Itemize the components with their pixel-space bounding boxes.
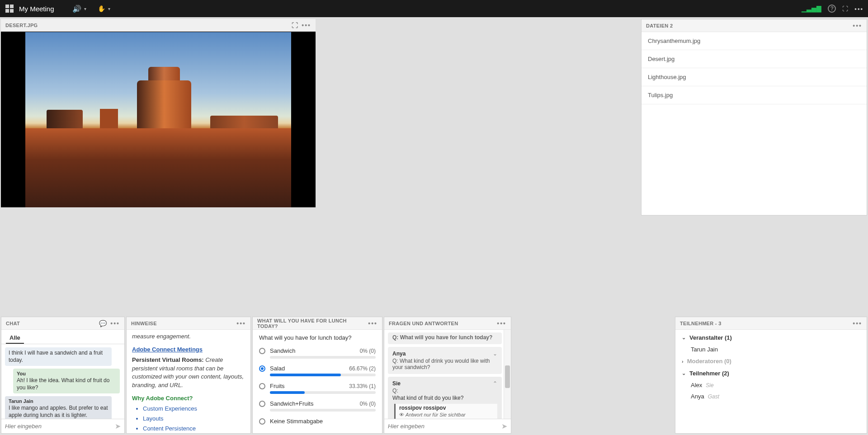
pod-menu-icon[interactable]: ••• (497, 320, 506, 327)
share-pod: DESERT.JPG ⛶ ••• (1, 19, 316, 207)
qa-pod: FRAGEN UND ANTWORTEN ••• Q: What will yo… (384, 317, 511, 434)
file-item[interactable]: Chrysanthemum.jpg (642, 32, 867, 50)
poll-pod-title: WHAT WILL YOU HAVE FOR LUNCH TODAY? (257, 318, 364, 329)
participant-item[interactable]: AlexSie (675, 379, 867, 391)
fullscreen-icon[interactable]: ⛶ (842, 5, 848, 12)
raise-hand-menu[interactable]: ✋ ▾ (98, 5, 110, 12)
pod-menu-icon[interactable]: ••• (368, 320, 377, 327)
notes-content[interactable]: measure engagement. Adobe Connect Meetin… (127, 330, 250, 433)
notes-pod: HINWEISE ••• measure engagement. Adobe C… (126, 317, 251, 434)
speaker-icon: 🔊 (72, 5, 81, 13)
chat-input[interactable] (5, 423, 112, 430)
poll-bar (270, 409, 376, 412)
file-item[interactable]: Lighthouse.jpg (642, 68, 867, 86)
chevron-down-icon: ⌄ (682, 335, 686, 341)
radio-icon (259, 418, 265, 425)
notes-pod-title: HINWEISE (131, 321, 157, 326)
poll-question: What will you have for lunch today? (259, 334, 376, 341)
qa-pod-title: FRAGEN UND ANTWORTEN (389, 321, 458, 326)
pod-menu-icon[interactable]: ••• (302, 22, 311, 29)
radio-icon (259, 401, 265, 407)
help-icon[interactable]: ? (828, 5, 836, 13)
pod-menu-icon[interactable]: ••• (853, 22, 862, 29)
participants-group-hosts[interactable]: ⌄ Veranstalter (1) (675, 332, 867, 344)
participants-pod-title: TEILNEHMER - 3 (680, 321, 722, 326)
qa-item[interactable]: ⌄ Anya Q: What kind of drink you would l… (388, 347, 502, 374)
poll-option[interactable]: Sandwich0% (0) (259, 347, 376, 354)
participant-item[interactable]: Tarun Jain (675, 344, 867, 355)
chevron-up-icon[interactable]: ⌃ (493, 380, 497, 387)
hand-icon: ✋ (98, 5, 105, 12)
poll-pod: WHAT WILL YOU HAVE FOR LUNCH TODAY? ••• … (252, 317, 382, 434)
notes-bullet[interactable]: Custom Experiences (143, 405, 245, 413)
audio-menu[interactable]: 🔊 ▾ (72, 5, 86, 13)
chat-pod: CHAT 💬 ••• Alle I think I will have a sa… (1, 317, 125, 434)
scrollbar[interactable] (504, 330, 511, 419)
more-menu-icon[interactable]: ••• (854, 5, 863, 12)
notes-bullet[interactable]: Content Persistence (143, 425, 245, 433)
radio-icon (259, 365, 265, 372)
qa-input[interactable] (388, 423, 499, 430)
participants-pod: TEILNEHMER - 3 ••• ⌄ Veranstalter (1) Ta… (675, 317, 867, 434)
send-icon[interactable]: ➤ (115, 422, 121, 430)
poll-bar (270, 356, 376, 359)
chat-message: I think I will have a sandwich and a fru… (5, 347, 112, 366)
chat-pod-title: CHAT (6, 321, 20, 326)
chat-tab-all[interactable]: Alle (6, 332, 24, 344)
pod-menu-icon[interactable]: ••• (110, 320, 120, 327)
chevron-right-icon: › (682, 359, 684, 364)
files-pod: DATEIEN 2 ••• Chrysanthemum.jpgDesert.jp… (641, 19, 867, 215)
fullscreen-icon[interactable]: ⛶ (292, 22, 298, 29)
chevron-down-icon: ▾ (108, 6, 110, 11)
poll-option[interactable]: Fruits33.33% (1) (259, 383, 376, 389)
poll-option[interactable]: Sandwich+Fruits0% (0) (259, 400, 376, 407)
poll-option[interactable]: Salad66.67% (2) (259, 365, 376, 372)
qa-item[interactable]: ⌃ Sie Q: What kind of fruit do you like?… (388, 377, 502, 419)
radio-icon (259, 383, 265, 389)
app-logo (5, 4, 14, 14)
chat-message: Tarun JainI like mango and apples. But p… (5, 396, 112, 419)
file-item[interactable]: Tulips.jpg (642, 86, 867, 104)
chat-message: YouAh! I like the idea. What kind of fru… (13, 369, 120, 393)
pod-menu-icon[interactable]: ••• (853, 320, 862, 327)
connection-icon[interactable]: ▁▃▅▇ (802, 5, 821, 12)
file-item[interactable]: Desert.jpg (642, 50, 867, 68)
shared-image (1, 32, 316, 207)
send-icon[interactable]: ➤ (501, 422, 507, 430)
radio-icon (259, 348, 265, 354)
pod-menu-icon[interactable]: ••• (236, 320, 246, 327)
poll-bar (270, 391, 376, 394)
chat-options-icon[interactable]: 💬 (99, 320, 107, 327)
notes-link[interactable]: Adobe Connect Meetings (132, 346, 203, 353)
share-pod-title: DESERT.JPG (5, 23, 38, 28)
qa-item[interactable]: Q: What will you have for lunch today? (388, 332, 502, 344)
files-pod-title: DATEIEN 2 (646, 23, 673, 28)
poll-bar (270, 374, 376, 376)
participants-group-participants[interactable]: ⌄ Teilnehmer (2) (675, 367, 867, 379)
meeting-title: My Meeting (19, 5, 54, 13)
participants-group-presenters[interactable]: › Moderatoren (0) (675, 355, 867, 367)
chevron-down-icon: ▾ (84, 6, 86, 11)
chevron-down-icon[interactable]: ⌄ (493, 351, 497, 357)
notes-bullet[interactable]: Layouts (143, 415, 245, 423)
participant-item[interactable]: AnyaGast (675, 391, 867, 402)
chevron-down-icon: ⌄ (682, 370, 686, 376)
poll-option[interactable]: Keine Stimmabgabe (259, 418, 376, 425)
